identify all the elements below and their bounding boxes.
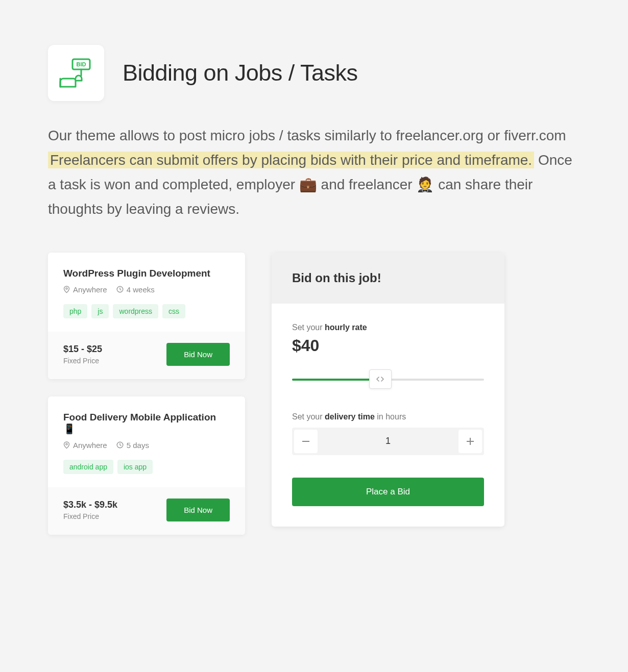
job-price: $15 - $25 [63, 344, 102, 355]
tag[interactable]: ios app [117, 460, 153, 474]
job-location: Anywhere [63, 441, 107, 450]
delivery-stepper: 1 [292, 428, 484, 455]
slider-thumb[interactable] [369, 369, 392, 389]
job-title[interactable]: Food Delivery Mobile Application 📱 [63, 412, 230, 435]
job-duration: 4 weeks [116, 285, 155, 294]
svg-point-6 [66, 443, 67, 445]
bid-now-button[interactable]: Bid Now [166, 499, 230, 521]
intro-highlight: Freelancers can submit offers by placing… [48, 152, 534, 168]
intro-part3: and freelancer [317, 177, 417, 192]
svg-point-4 [66, 288, 67, 289]
job-location: Anywhere [63, 285, 107, 294]
pin-icon [63, 286, 70, 293]
pin-icon [63, 441, 70, 449]
bid-icon-tile: BID [48, 45, 104, 101]
bid-panel-heading: Bid on this job! [292, 271, 484, 285]
svg-rect-8 [302, 441, 309, 442]
delivery-value: 1 [318, 436, 458, 446]
job-price-type: Fixed Price [63, 357, 102, 365]
rate-label: Set your hourly rate [292, 323, 484, 332]
tag[interactable]: php [63, 304, 87, 318]
plus-icon [467, 438, 474, 445]
clock-icon [116, 441, 124, 449]
job-price: $3.5k - $9.5k [63, 500, 117, 510]
clock-icon [116, 286, 124, 293]
intro-part1: Our theme allows to post micro jobs / ta… [48, 128, 566, 143]
tag[interactable]: android app [63, 460, 113, 474]
minus-icon [302, 441, 309, 442]
tag[interactable]: css [162, 304, 185, 318]
rate-slider[interactable] [292, 369, 484, 390]
chevron-right-icon [380, 377, 384, 382]
job-card: WordPress Plugin Development Anywhere 4 … [48, 253, 245, 379]
place-bid-button[interactable]: Place a Bid [292, 478, 484, 506]
tag[interactable]: js [91, 304, 109, 318]
bid-now-button[interactable]: Bid Now [166, 343, 230, 366]
increment-button[interactable] [458, 430, 482, 453]
rate-value: $40 [292, 336, 484, 355]
delivery-label: Set your delivery time in hours [292, 412, 484, 421]
page-title: Bidding on Jobs / Tasks [123, 60, 357, 86]
chevron-left-icon [376, 377, 380, 382]
svg-text:BID: BID [77, 61, 86, 67]
decrement-button[interactable] [294, 430, 318, 453]
job-price-type: Fixed Price [63, 512, 117, 520]
intro-text: Our theme allows to post micro jobs / ta… [48, 123, 580, 222]
tag[interactable]: wordpress [113, 304, 158, 318]
bid-sign-icon: BID [59, 56, 93, 90]
job-title[interactable]: WordPress Plugin Development [63, 268, 230, 279]
bid-panel: Bid on this job! Set your hourly rate $4… [272, 253, 504, 527]
job-duration: 5 days [116, 441, 149, 450]
svg-rect-10 [467, 441, 474, 442]
job-card: Food Delivery Mobile Application 📱 Anywh… [48, 396, 245, 535]
